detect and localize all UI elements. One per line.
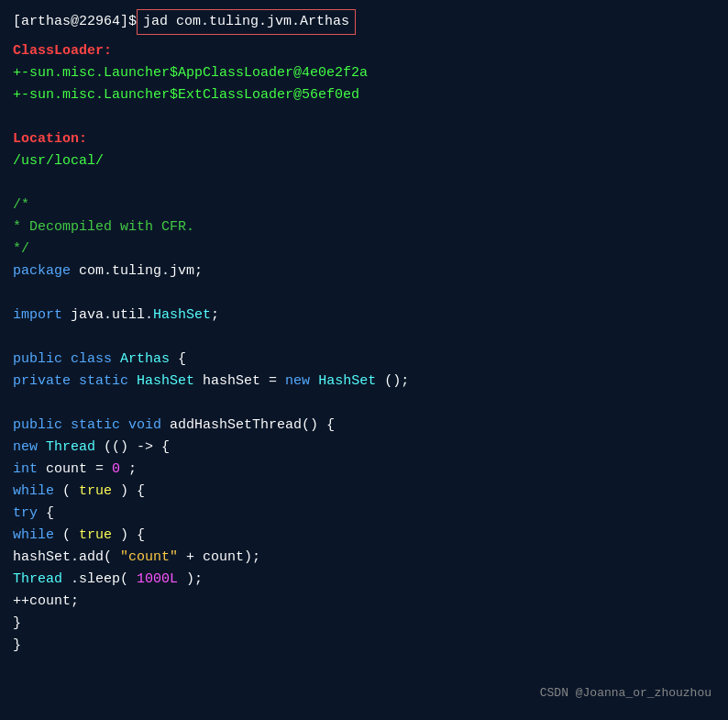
private-kw: private xyxy=(13,373,71,389)
thread-class: Thread xyxy=(46,439,95,455)
blank-2 xyxy=(13,172,715,194)
command-input[interactable]: jad com.tuling.jvm.Arthas xyxy=(137,9,356,35)
true1-kw: true xyxy=(79,483,112,499)
count-string: "count" xyxy=(120,549,178,565)
close-inner-while: } xyxy=(13,613,715,635)
pub-kw2: public xyxy=(13,417,62,433)
nt-rest: (() -> { xyxy=(104,439,170,455)
static-kw: static xyxy=(79,373,128,389)
method-decl-line: public static void addHashSetThread() { xyxy=(13,415,715,437)
class-decl-line: public class Arthas { xyxy=(13,349,715,371)
import-class: HashSet xyxy=(153,307,211,323)
zero-literal: 0 xyxy=(112,461,120,477)
ic-semi: ; xyxy=(128,461,137,477)
comment-open: /* xyxy=(13,194,715,216)
terminal: [arthas@22964]$ jad com.tuling.jvm.Artha… xyxy=(0,0,728,720)
public-kw: public xyxy=(13,351,62,367)
hashset-ctor: HashSet xyxy=(318,373,376,389)
ic-rest: count = xyxy=(46,461,112,477)
ts-dot: .sleep( xyxy=(71,571,128,587)
comment-body: * Decompiled with CFR. xyxy=(13,216,715,238)
int-count-line: int count = 0 ; xyxy=(13,459,715,481)
package-keyword: package xyxy=(13,263,71,279)
w2-paren: ( xyxy=(62,527,71,543)
method-name: addHashSetThread() { xyxy=(170,417,335,433)
location-label: Location: xyxy=(13,128,715,150)
while2-kw: while xyxy=(13,527,54,543)
static-kw2: static xyxy=(71,417,120,433)
while1-kw: while xyxy=(13,483,54,499)
watermark: CSDN @Joanna_or_zhouzhou xyxy=(540,684,711,703)
comment-close: */ xyxy=(13,238,715,260)
class-brace: { xyxy=(178,351,186,367)
new-kw: new xyxy=(285,373,310,389)
location-path: /usr/local/ xyxy=(13,150,715,172)
try-brace: { xyxy=(46,505,54,521)
true2-kw: true xyxy=(79,527,112,543)
prompt-text: [arthas@22964]$ xyxy=(13,11,137,33)
w2-brace: ) { xyxy=(120,527,145,543)
ha-call: hashSet.add( xyxy=(13,549,112,565)
classloader-label: ClassLoader: xyxy=(13,40,715,62)
cow-brace: } xyxy=(13,637,21,653)
thread-sleep-line: Thread .sleep( 1000L ); xyxy=(13,569,715,591)
close-outer-while: } xyxy=(13,635,715,657)
package-name: com.tuling.jvm; xyxy=(79,263,203,279)
ha-plus: + count); xyxy=(186,549,260,565)
blank-1 xyxy=(13,106,715,128)
prompt-line: [arthas@22964]$ jad com.tuling.jvm.Artha… xyxy=(13,9,715,35)
ciw-brace: } xyxy=(13,615,21,631)
new-thread-line: new Thread (() -> { xyxy=(13,437,715,459)
w1-paren: ( xyxy=(62,483,71,499)
plusplus-line: ++count; xyxy=(13,591,715,613)
import-keyword: import xyxy=(13,307,62,323)
classloader-app: +-sun.misc.Launcher$AppClassLoader@4e0e2… xyxy=(13,62,715,84)
import-line: import java.util.HashSet; xyxy=(13,305,715,327)
int-kw: int xyxy=(13,461,38,477)
class-kw: class xyxy=(71,351,112,367)
hashset-type: HashSet xyxy=(137,373,194,389)
blank-3 xyxy=(13,282,715,305)
sleep-val: 1000L xyxy=(137,571,178,587)
classloader-ext: +-sun.misc.Launcher$ExtClassLoader@56ef0… xyxy=(13,84,715,106)
try-kw: try xyxy=(13,505,38,521)
pp-text: ++count; xyxy=(13,593,79,609)
void-kw: void xyxy=(128,417,161,433)
new-kw2: new xyxy=(13,439,38,455)
field-line: private static HashSet hashSet = new Has… xyxy=(13,371,715,393)
blank-4 xyxy=(13,327,715,349)
ts-semi: ); xyxy=(186,571,203,587)
output-section: ClassLoader: +-sun.misc.Launcher$AppClas… xyxy=(13,40,715,657)
w1-brace: ) { xyxy=(120,483,145,499)
import-semi: ; xyxy=(211,307,219,323)
hashset-add-line: hashSet.add( "count" + count); xyxy=(13,547,715,569)
field-end: (); xyxy=(384,373,409,389)
while2-line: while ( true ) { xyxy=(13,525,715,547)
import-pkg: java.util. xyxy=(71,307,153,323)
thread-sleep-class: Thread xyxy=(13,571,62,587)
package-line: package com.tuling.jvm; xyxy=(13,260,715,282)
try-line: try { xyxy=(13,503,715,525)
while1-line: while ( true ) { xyxy=(13,481,715,503)
blank-5 xyxy=(13,393,715,415)
hashset-var: hashSet = xyxy=(203,373,285,389)
class-name: Arthas xyxy=(120,351,170,367)
